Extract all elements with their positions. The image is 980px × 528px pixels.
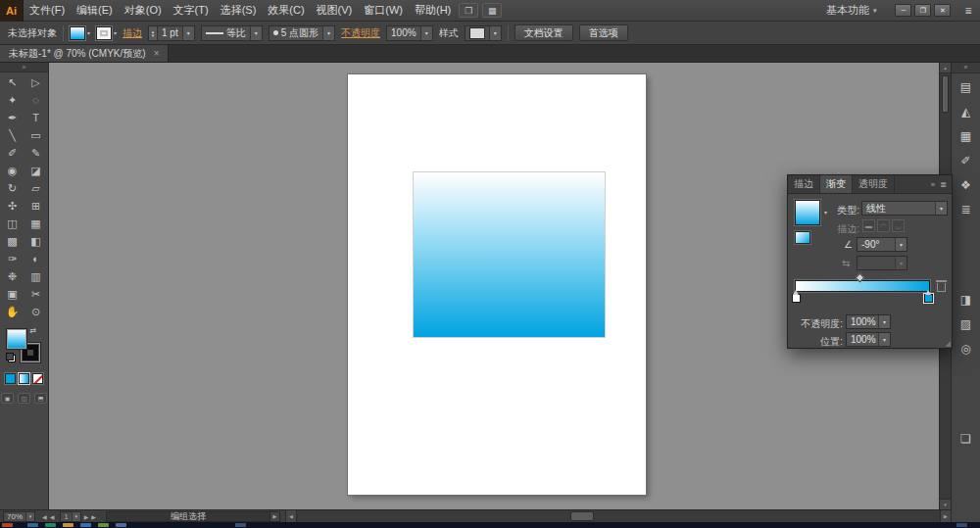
direct-selection-tool[interactable]: ▷ <box>24 73 48 91</box>
scale-tool[interactable]: ▱ <box>24 179 48 197</box>
chevron-down-icon[interactable] <box>420 26 432 40</box>
panel-tab[interactable]: 描边 <box>788 175 820 193</box>
paintbrush-tool[interactable]: ✐ <box>1 144 24 162</box>
draw-normal-icon[interactable]: ▣ <box>1 393 14 404</box>
chevron-down-icon[interactable] <box>87 29 90 36</box>
document-tab[interactable]: 未标题-1* @ 70% (CMYK/预览) × <box>0 45 169 62</box>
none-mode-button[interactable] <box>32 373 43 384</box>
collapse-panel-icon[interactable] <box>931 180 935 189</box>
symbols-panel-icon[interactable]: ❖ <box>955 174 978 196</box>
color-mode-button[interactable] <box>5 373 16 384</box>
close-button[interactable]: ✕ <box>934 4 951 17</box>
magic-wand-tool[interactable]: ✦ <box>1 91 24 109</box>
fill-color-control[interactable] <box>70 26 90 40</box>
blend-tool[interactable]: ◐ <box>24 250 48 267</box>
transparency-panel-icon[interactable]: ▨ <box>955 313 978 335</box>
stroke-gradient-within-icon[interactable]: ▬ <box>862 219 875 232</box>
tab-close-icon[interactable]: × <box>154 48 160 59</box>
gradient-slider-bar[interactable] <box>795 280 930 292</box>
gradient-tool[interactable]: ◧ <box>24 232 48 250</box>
opacity-combo[interactable]: 100% <box>386 25 433 41</box>
style-combo[interactable] <box>465 25 502 41</box>
shape-builder-tool[interactable]: ◫ <box>1 215 24 232</box>
fill-swatch[interactable] <box>70 26 85 40</box>
menu-item[interactable]: 文字(T) <box>168 0 215 21</box>
status-menu-icon[interactable] <box>270 511 280 522</box>
pencil-tool[interactable]: ✎ <box>24 144 48 162</box>
symbol-sprayer-tool[interactable]: ❉ <box>1 267 24 285</box>
zoom-tool[interactable]: ⊙ <box>24 303 48 320</box>
menu-item[interactable]: 文件(F) <box>24 0 71 21</box>
reverse-gradient-button[interactable] <box>795 231 810 244</box>
previous-artboard-icon[interactable] <box>50 513 55 520</box>
column-graph-tool[interactable]: ▥ <box>24 267 48 285</box>
width-profile-combo[interactable]: 等比 <box>201 25 263 41</box>
swatches-panel-icon[interactable]: ▦ <box>955 125 978 147</box>
perspective-grid-tool[interactable]: ▦ <box>24 215 48 232</box>
stroke-gradient-along-icon[interactable]: ◠ <box>877 219 890 232</box>
document-setup-button[interactable]: 文档设置 <box>514 24 573 41</box>
draw-behind-icon[interactable]: ◫ <box>18 393 30 404</box>
color-guide-panel-icon[interactable]: ◭ <box>955 101 978 122</box>
gradient-stop-end[interactable] <box>924 294 933 303</box>
workspace-switcher[interactable]: 基本功能 <box>826 3 877 18</box>
slice-tool[interactable]: ✂ <box>24 285 48 303</box>
preferences-button[interactable]: 首选项 <box>579 24 628 41</box>
stroke-width-combo[interactable]: 1 pt <box>148 25 195 41</box>
scroll-up-icon[interactable] <box>940 63 951 73</box>
menu-item[interactable]: 效果(C) <box>262 0 310 21</box>
scroll-left-icon[interactable] <box>286 510 297 522</box>
restore-button[interactable]: ❐ <box>914 4 931 17</box>
stop-location-combo[interactable]: 100% <box>846 332 891 347</box>
default-fill-stroke-icon[interactable] <box>6 353 16 362</box>
screen-mode-icon[interactable]: ⬒ <box>34 393 47 404</box>
menu-item[interactable]: 帮助(H) <box>409 0 457 21</box>
chevron-down-icon[interactable] <box>182 26 194 40</box>
menu-item[interactable]: 窗口(W) <box>358 0 409 21</box>
minimize-button[interactable]: ─ <box>895 4 911 17</box>
panel-resize-grip[interactable] <box>946 340 951 348</box>
artboard-number-combo[interactable]: 1 <box>60 511 80 522</box>
scroll-down-icon[interactable] <box>940 499 951 509</box>
stroke-panel-icon[interactable]: ≣ <box>955 199 978 220</box>
brushes-panel-icon[interactable]: ✐ <box>955 150 978 171</box>
rectangle-tool[interactable]: ▭ <box>24 126 48 144</box>
panel-tab[interactable]: 透明度 <box>853 175 895 193</box>
tools-panel-header[interactable] <box>0 63 48 72</box>
scroll-right-icon[interactable] <box>940 510 951 522</box>
menu-item[interactable]: 视图(V) <box>311 0 359 21</box>
menu-item[interactable]: 编辑(E) <box>71 0 119 21</box>
last-artboard-icon[interactable] <box>91 513 96 520</box>
first-artboard-icon[interactable] <box>42 513 47 520</box>
delete-stop-icon[interactable] <box>937 283 946 292</box>
stop-opacity-combo[interactable]: 100% <box>846 314 891 329</box>
hand-tool[interactable]: ✋ <box>1 303 24 320</box>
layers-panel-icon[interactable]: ❏ <box>955 428 978 450</box>
selection-tool[interactable]: ↖ <box>1 73 24 91</box>
stroke-gradient-across-icon[interactable]: ◡ <box>892 219 905 232</box>
vertical-scroll-thumb[interactable] <box>942 75 949 113</box>
eyedropper-tool[interactable]: ✑ <box>1 250 24 267</box>
gradient-angle-combo[interactable]: -90° <box>857 237 907 252</box>
width-tool[interactable]: ✣ <box>1 197 24 215</box>
stroke-color-control[interactable] <box>96 26 117 40</box>
lasso-tool[interactable]: ◌ <box>24 91 48 109</box>
blob-brush-tool[interactable]: ◉ <box>1 162 24 179</box>
gradient-thumbnail[interactable] <box>795 200 820 225</box>
fill-color-box[interactable] <box>7 329 26 349</box>
type-tool[interactable]: T <box>24 109 48 126</box>
free-transform-tool[interactable]: ⊞ <box>24 197 48 215</box>
appearance-panel-icon[interactable]: ◎ <box>955 338 978 360</box>
chevron-down-icon[interactable] <box>250 26 262 40</box>
pen-tool[interactable]: ✒ <box>1 109 24 126</box>
brush-definition-combo[interactable]: 5 点圆形 <box>269 25 335 41</box>
rotate-tool[interactable]: ↻ <box>1 179 24 197</box>
horizontal-scroll-thumb[interactable] <box>570 511 594 521</box>
go-to-bridge-icon[interactable] <box>459 3 478 18</box>
zoom-combo[interactable]: 70% <box>3 511 35 522</box>
gradient-mode-button[interactable] <box>19 373 29 384</box>
gradient-type-dropdown[interactable]: 线性 <box>861 201 948 216</box>
gradient-panel-icon[interactable]: ◨ <box>955 289 978 311</box>
arrange-documents-icon[interactable] <box>482 3 502 18</box>
expand-panels-icon[interactable] <box>952 63 980 73</box>
